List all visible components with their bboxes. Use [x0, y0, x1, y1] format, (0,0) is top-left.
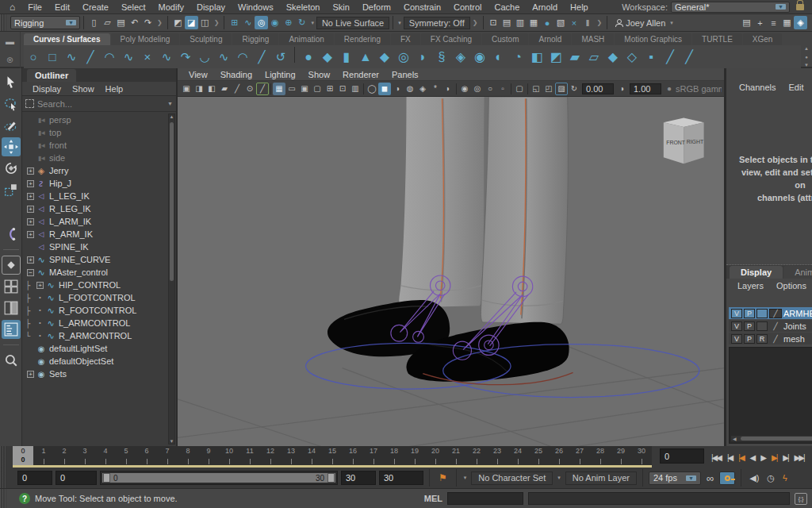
- scrollbar-thumb[interactable]: [170, 122, 174, 281]
- render-icon[interactable]: ×: [568, 16, 581, 29]
- last-tool-icon[interactable]: [2, 225, 21, 244]
- loop-icon[interactable]: ∞: [704, 472, 716, 484]
- viewport-toolbar-icon[interactable]: ◯: [366, 83, 378, 95]
- playback-button[interactable]: |◀: [725, 453, 734, 462]
- toolbar-grip[interactable]: [0, 446, 6, 468]
- workspace-select[interactable]: General* ▼: [671, 2, 790, 13]
- frame-tick[interactable]: 16: [343, 446, 363, 465]
- viewport-toolbar-icon[interactable]: ▭: [285, 83, 298, 95]
- shelf-tab[interactable]: Rigging: [232, 33, 278, 45]
- expand-toggle[interactable]: [36, 320, 44, 327]
- shelf-tab[interactable]: Animation: [279, 33, 333, 45]
- range-end-handle[interactable]: [327, 473, 335, 483]
- frame-tick[interactable]: 5: [116, 446, 136, 465]
- layout-single-pane-icon[interactable]: [2, 256, 21, 275]
- frame-tick[interactable]: 27: [569, 446, 590, 465]
- menu-item[interactable]: Help: [564, 2, 595, 13]
- frame-tick[interactable]: 3: [75, 446, 95, 465]
- viewport-menu-item[interactable]: Show: [302, 70, 337, 79]
- viewport-toolbar-icon[interactable]: ◑: [391, 83, 404, 95]
- snap-icon[interactable]: ⊞: [228, 16, 241, 29]
- layer-playback-toggle[interactable]: P: [744, 334, 755, 344]
- frame-tick[interactable]: 22: [466, 446, 487, 465]
- menu-item[interactable]: Skin: [326, 2, 355, 13]
- viewport-toolbar-icon[interactable]: ◰: [542, 83, 555, 95]
- layer-color-swatch[interactable]: [769, 334, 782, 344]
- expand-toggle[interactable]: +: [27, 231, 34, 238]
- shelf-tool-icon[interactable]: ○: [24, 48, 43, 67]
- shelf-tool-icon[interactable]: ◆: [375, 48, 394, 67]
- shelf-tool-icon[interactable]: ▪: [642, 48, 661, 67]
- outliner-item[interactable]: front: [25, 139, 167, 152]
- status-icon[interactable]: ▱: [101, 16, 114, 29]
- expand-toggle[interactable]: +: [27, 218, 34, 225]
- shelf-tool-icon[interactable]: ◈: [451, 48, 470, 67]
- frame-tick[interactable]: 10: [219, 446, 239, 465]
- menu-item[interactable]: Create: [76, 2, 115, 13]
- channelbox-menu-item[interactable]: Edit: [782, 83, 810, 92]
- scroll-up-icon[interactable]: ▲: [169, 114, 174, 119]
- character-set-field[interactable]: No Character Set: [471, 471, 553, 485]
- viewport-toolbar-icon[interactable]: ○: [484, 83, 496, 95]
- outliner-item[interactable]: defaultLightSet: [25, 342, 167, 355]
- shelf-tab[interactable]: Curves / Surfaces: [24, 33, 110, 45]
- layer-playback-toggle[interactable]: P: [744, 309, 755, 318]
- layer-editor-tab[interactable]: Anim: [783, 266, 812, 279]
- viewport-toolbar-icon[interactable]: ◱: [530, 83, 542, 95]
- frame-tick[interactable]: 20: [425, 446, 446, 465]
- scroll-left-icon[interactable]: ◀: [733, 436, 737, 441]
- shelf-tab[interactable]: XGen: [743, 33, 783, 45]
- sidebar-toggle-icon[interactable]: +: [753, 16, 767, 29]
- expand-toggle[interactable]: +: [27, 256, 34, 264]
- outliner-scrollbar[interactable]: ▲ ▼: [168, 114, 175, 444]
- outliner-item[interactable]: ├ R_FOOTCONTROL: [25, 304, 167, 317]
- section-arrow[interactable]: ❯: [471, 19, 480, 26]
- viewport-toolbar-icon[interactable]: ▢: [513, 83, 526, 95]
- chevron-down-icon[interactable]: ▼: [167, 101, 173, 106]
- shelf-tab[interactable]: TURTLE: [692, 33, 742, 45]
- viewport-toolbar-icon[interactable]: ◗: [442, 83, 454, 95]
- frame-tick[interactable]: 23: [487, 446, 508, 465]
- frame-tick[interactable]: 21: [446, 446, 466, 465]
- layer-editor-tab[interactable]: Display: [730, 266, 783, 279]
- expand-toggle[interactable]: [36, 333, 44, 340]
- snap-icon[interactable]: ◎: [255, 16, 268, 29]
- shelf-menu-icon[interactable]: ▬: [6, 37, 14, 46]
- shelf-tool-icon[interactable]: ╱: [680, 48, 699, 67]
- account-menu[interactable]: Joey Allen ▾: [611, 18, 680, 28]
- menu-item[interactable]: Skeleton: [280, 2, 327, 13]
- viewport-canvas[interactable]: FRONT RIGHT persp: [178, 97, 724, 446]
- outliner-item[interactable]: + SPINE_CURVE: [25, 253, 167, 266]
- layout-outliner-persp-icon[interactable]: [2, 320, 21, 339]
- viewport-toolbar-icon[interactable]: ▨: [555, 83, 568, 95]
- frame-tick[interactable]: 29: [611, 446, 631, 465]
- playback-button[interactable]: ▶|: [780, 453, 790, 462]
- range-bar[interactable]: 0 30: [102, 473, 335, 483]
- render-icon[interactable]: ▧: [554, 16, 568, 29]
- layer-name[interactable]: Joints: [783, 321, 806, 331]
- shelf-tab[interactable]: Motion Graphics: [615, 33, 691, 45]
- layer-editor-menu-item[interactable]: Layers: [731, 281, 770, 291]
- expand-toggle[interactable]: [36, 307, 44, 314]
- playback-button[interactable]: ▶▶|: [792, 453, 806, 462]
- expand-toggle[interactable]: [36, 294, 44, 302]
- shelf-tab[interactable]: FX Caching: [421, 33, 481, 45]
- playback-end-field[interactable]: 30: [341, 471, 376, 485]
- menu-item[interactable]: Constrain: [397, 2, 447, 13]
- shelf-tool-icon[interactable]: ▮: [337, 48, 356, 67]
- shelf-tool-icon[interactable]: ◠: [100, 48, 119, 67]
- viewport-menu-item[interactable]: Renderer: [336, 70, 385, 79]
- shelf-tab[interactable]: MASH: [572, 33, 614, 45]
- command-line-input[interactable]: [447, 492, 523, 505]
- lasso-tool-icon[interactable]: [2, 94, 21, 114]
- layout-two-pane-icon[interactable]: [2, 298, 21, 318]
- shelf-tool-icon[interactable]: ◡: [195, 48, 214, 67]
- shelf-tool-icon[interactable]: ◔: [508, 48, 527, 67]
- timeline-ruler[interactable]: 0123456789101112131415161718192021222324…: [13, 446, 652, 468]
- playback-button[interactable]: ▶|: [769, 453, 779, 462]
- outliner-item[interactable]: top: [25, 126, 167, 139]
- anim-layer-field[interactable]: No Anim Layer: [565, 471, 637, 485]
- layout-four-pane-icon[interactable]: [2, 277, 21, 296]
- animation-end-field[interactable]: 30: [379, 471, 423, 485]
- viewport-toolbar-icon[interactable]: ◍: [404, 83, 416, 95]
